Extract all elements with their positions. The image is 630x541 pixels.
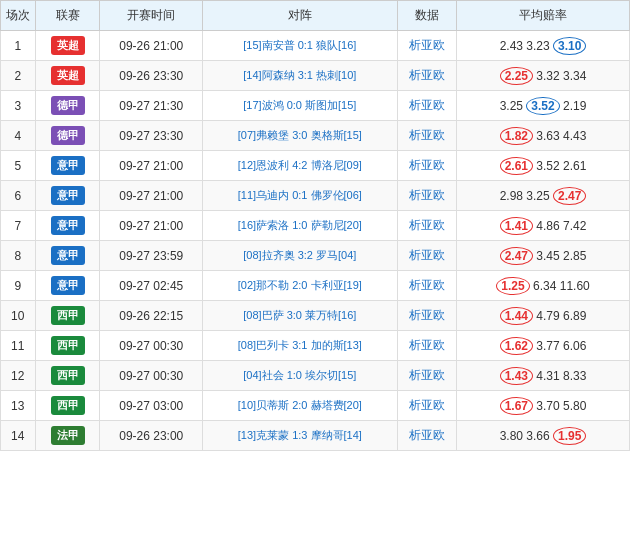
round-cell: 1: [1, 31, 36, 61]
odds-value: 3.25: [500, 99, 523, 113]
table-row: 13西甲09-27 03:00[10]贝蒂斯 2:0 赫塔费[20]析亚欧1.6…: [1, 391, 630, 421]
time-cell: 09-27 21:00: [100, 181, 203, 211]
odds-value: 3.34: [563, 69, 586, 83]
match-cell: [04]社会 1:0 埃尔切[15]: [203, 361, 398, 391]
odds-value: 6.06: [563, 339, 586, 353]
odds-value: 11.60: [560, 279, 590, 293]
round-cell: 10: [1, 301, 36, 331]
data-cell[interactable]: 析亚欧: [397, 181, 456, 211]
table-row: 12西甲09-27 00:30[04]社会 1:0 埃尔切[15]析亚欧1.43…: [1, 361, 630, 391]
odds-value: 4.43: [563, 129, 586, 143]
odds-value: 3.80: [500, 429, 523, 443]
league-badge: 西甲: [51, 306, 85, 325]
odds-value: 3.77: [536, 339, 559, 353]
round-cell: 4: [1, 121, 36, 151]
data-cell[interactable]: 析亚欧: [397, 91, 456, 121]
col-header-round: 场次: [1, 1, 36, 31]
league-badge: 西甲: [51, 336, 85, 355]
round-cell: 6: [1, 181, 36, 211]
time-cell: 09-26 23:00: [100, 421, 203, 451]
odds-value: 8.33: [563, 369, 586, 383]
odds-value: 2.98: [500, 189, 523, 203]
odds-value: 3.66: [526, 429, 549, 443]
odds-cell: 1.25 6.34 11.60: [457, 271, 630, 301]
odds-value: 1.62: [500, 337, 533, 355]
time-cell: 09-27 23:30: [100, 121, 203, 151]
odds-value: 3.10: [553, 37, 586, 55]
league-cell: 西甲: [35, 391, 100, 421]
time-cell: 09-26 23:30: [100, 61, 203, 91]
round-cell: 2: [1, 61, 36, 91]
data-cell[interactable]: 析亚欧: [397, 241, 456, 271]
table-row: 6意甲09-27 21:00[11]乌迪内 0:1 佛罗伦[06]析亚欧2.98…: [1, 181, 630, 211]
odds-cell: 1.44 4.79 6.89: [457, 301, 630, 331]
round-cell: 13: [1, 391, 36, 421]
round-cell: 14: [1, 421, 36, 451]
match-cell: [16]萨索洛 1:0 萨勒尼[20]: [203, 211, 398, 241]
league-badge: 德甲: [51, 96, 85, 115]
league-cell: 英超: [35, 61, 100, 91]
table-row: 4德甲09-27 23:30[07]弗赖堡 3:0 奥格斯[15]析亚欧1.82…: [1, 121, 630, 151]
sports-table: 场次 联赛 开赛时间 对阵 数据 平均赔率 1英超09-26 21:00[15]…: [0, 0, 630, 451]
odds-cell: 3.80 3.66 1.95: [457, 421, 630, 451]
odds-value: 2.19: [563, 99, 586, 113]
league-cell: 英超: [35, 31, 100, 61]
odds-value: 2.85: [563, 249, 586, 263]
odds-value: 7.42: [563, 219, 586, 233]
match-cell: [12]恩波利 4:2 博洛尼[09]: [203, 151, 398, 181]
round-cell: 9: [1, 271, 36, 301]
league-cell: 德甲: [35, 91, 100, 121]
league-badge: 西甲: [51, 396, 85, 415]
match-cell: [17]波鸿 0:0 斯图加[15]: [203, 91, 398, 121]
data-cell[interactable]: 析亚欧: [397, 271, 456, 301]
data-cell[interactable]: 析亚欧: [397, 61, 456, 91]
match-cell: [07]弗赖堡 3:0 奥格斯[15]: [203, 121, 398, 151]
odds-cell: 3.25 3.52 2.19: [457, 91, 630, 121]
odds-value: 6.34: [533, 279, 556, 293]
odds-value: 3.32: [536, 69, 559, 83]
round-cell: 11: [1, 331, 36, 361]
odds-value: 1.44: [500, 307, 533, 325]
match-cell: [08]拉齐奥 3:2 罗马[04]: [203, 241, 398, 271]
table-row: 5意甲09-27 21:00[12]恩波利 4:2 博洛尼[09]析亚欧2.61…: [1, 151, 630, 181]
round-cell: 7: [1, 211, 36, 241]
round-cell: 8: [1, 241, 36, 271]
table-row: 3德甲09-27 21:30[17]波鸿 0:0 斯图加[15]析亚欧3.25 …: [1, 91, 630, 121]
data-cell[interactable]: 析亚欧: [397, 391, 456, 421]
odds-value: 1.82: [500, 127, 533, 145]
round-cell: 5: [1, 151, 36, 181]
data-cell[interactable]: 析亚欧: [397, 211, 456, 241]
time-cell: 09-27 21:30: [100, 91, 203, 121]
data-cell[interactable]: 析亚欧: [397, 361, 456, 391]
match-cell: [10]贝蒂斯 2:0 赫塔费[20]: [203, 391, 398, 421]
match-cell: [08]巴萨 3:0 莱万特[16]: [203, 301, 398, 331]
data-cell[interactable]: 析亚欧: [397, 121, 456, 151]
match-cell: [14]阿森纳 3:1 热刺[10]: [203, 61, 398, 91]
table-row: 11西甲09-27 00:30[08]巴列卡 3:1 加的斯[13]析亚欧1.6…: [1, 331, 630, 361]
league-cell: 意甲: [35, 181, 100, 211]
time-cell: 09-27 00:30: [100, 361, 203, 391]
league-badge: 德甲: [51, 126, 85, 145]
odds-cell: 1.82 3.63 4.43: [457, 121, 630, 151]
league-cell: 意甲: [35, 151, 100, 181]
odds-cell: 2.98 3.25 2.47: [457, 181, 630, 211]
time-cell: 09-27 02:45: [100, 271, 203, 301]
league-badge: 意甲: [51, 216, 85, 235]
odds-value: 2.47: [553, 187, 586, 205]
odds-value: 6.89: [563, 309, 586, 323]
time-cell: 09-27 03:00: [100, 391, 203, 421]
data-cell[interactable]: 析亚欧: [397, 151, 456, 181]
odds-value: 1.43: [500, 367, 533, 385]
time-cell: 09-27 23:59: [100, 241, 203, 271]
league-cell: 法甲: [35, 421, 100, 451]
odds-cell: 2.47 3.45 2.85: [457, 241, 630, 271]
league-badge: 英超: [51, 66, 85, 85]
match-cell: [08]巴列卡 3:1 加的斯[13]: [203, 331, 398, 361]
data-cell[interactable]: 析亚欧: [397, 301, 456, 331]
data-cell[interactable]: 析亚欧: [397, 31, 456, 61]
data-cell[interactable]: 析亚欧: [397, 331, 456, 361]
match-cell: [02]那不勒 2:0 卡利亚[19]: [203, 271, 398, 301]
odds-value: 1.41: [500, 217, 533, 235]
table-row: 2英超09-26 23:30[14]阿森纳 3:1 热刺[10]析亚欧2.25 …: [1, 61, 630, 91]
data-cell[interactable]: 析亚欧: [397, 421, 456, 451]
